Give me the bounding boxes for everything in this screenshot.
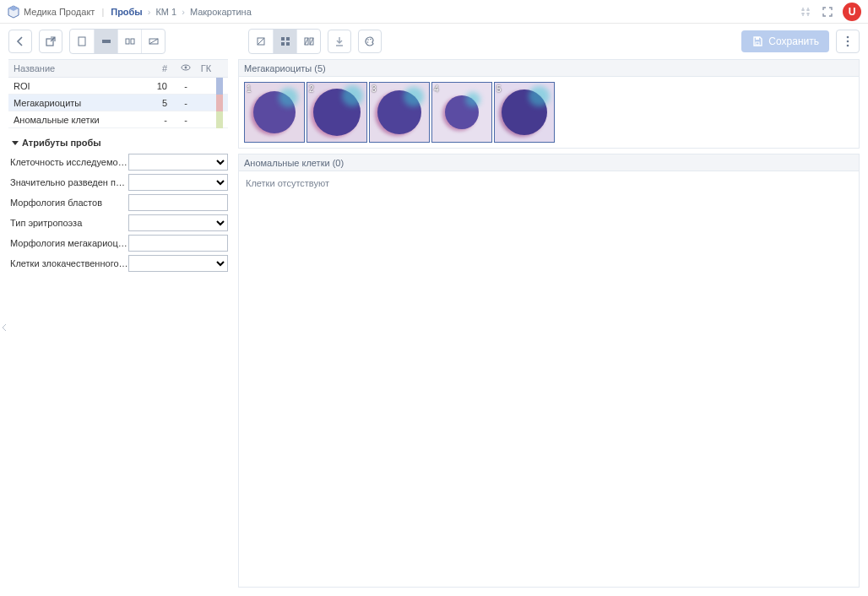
cell-thumbnail[interactable]: 3 [369, 82, 430, 143]
attribute-label: Морфология мегакариоцитов [8, 238, 128, 248]
col-name: Название [14, 63, 142, 73]
grid-four[interactable] [273, 30, 296, 53]
color-swatch [216, 111, 223, 128]
class-eye: - [176, 81, 196, 91]
section-header: Аномальные клетки (0) [239, 154, 859, 171]
breadcrumb: Пробы › КМ 1 › Макрокартина [111, 7, 252, 17]
expand-icon[interactable] [821, 5, 834, 19]
col-eye-icon [176, 62, 196, 74]
class-row[interactable]: Аномальные клетки-- [8, 111, 228, 128]
avatar[interactable]: U [843, 3, 861, 21]
back-button[interactable] [8, 30, 32, 53]
attributes-panel: Атрибуты пробы Клеточность исследуемого … [8, 133, 228, 274]
empty-message: Клетки отсутствуют [239, 171, 859, 195]
separator: | [101, 7, 104, 17]
more-menu-button[interactable] [836, 30, 860, 53]
attribute-row: Морфология мегакариоцитов [8, 233, 228, 253]
svg-rect-6 [131, 39, 134, 44]
attribute-label: Клеточность исследуемого … [8, 157, 128, 167]
collapse-sidebar-handle[interactable] [0, 59, 8, 596]
col-count: # [142, 63, 176, 73]
cell-thumbnail[interactable]: 1 [244, 82, 305, 143]
svg-rect-18 [756, 42, 759, 45]
view-mode-page[interactable] [70, 30, 94, 53]
thumbnail-gallery: 12345 [239, 77, 859, 148]
svg-rect-12 [286, 42, 290, 46]
attribute-select[interactable] [128, 174, 228, 191]
palette-button[interactable] [358, 30, 382, 53]
grid-single[interactable] [249, 30, 273, 53]
attribute-select[interactable] [128, 154, 228, 171]
caret-down-icon [12, 141, 19, 145]
thumbnail-number: 3 [372, 84, 377, 94]
section-megakaryocytes: Мегакариоциты (5) 12345 [238, 59, 860, 149]
open-external-button[interactable] [39, 30, 62, 53]
attribute-label: Морфология бластов [8, 198, 128, 208]
view-mode-group [69, 29, 165, 54]
class-name: Аномальные клетки [14, 115, 142, 125]
logo-icon [7, 5, 20, 19]
download-button[interactable] [328, 30, 351, 53]
attribute-input[interactable] [128, 235, 228, 252]
svg-point-15 [367, 39, 369, 41]
attribute-row: Тип эритропоэза [8, 213, 228, 233]
view-mode-wide[interactable] [94, 30, 117, 53]
brand: Медика Продакт [7, 5, 95, 19]
attributes-header[interactable]: Атрибуты пробы [8, 133, 228, 152]
cell-thumbnail[interactable]: 5 [494, 82, 555, 143]
attribute-input[interactable] [128, 194, 228, 211]
svg-rect-5 [126, 39, 129, 44]
svg-rect-9 [281, 37, 285, 41]
view-mode-contrast[interactable] [141, 30, 165, 53]
breadcrumb-item-0[interactable]: Пробы [111, 7, 143, 17]
svg-rect-11 [281, 42, 285, 46]
svg-point-17 [367, 41, 369, 43]
color-swatch [216, 95, 223, 111]
thumbnail-number: 2 [309, 84, 314, 94]
breadcrumb-item-1[interactable]: КМ 1 [155, 7, 176, 17]
toolbar: Сохранить [0, 24, 868, 59]
class-eye: - [176, 98, 196, 108]
section-header: Мегакариоциты (5) [239, 60, 859, 77]
class-count: 5 [142, 98, 176, 108]
svg-rect-19 [756, 37, 759, 40]
attribute-select[interactable] [128, 255, 228, 272]
attribute-label: Тип эритропоэза [8, 218, 128, 228]
class-row[interactable]: Мегакариоциты5- [8, 95, 228, 111]
cell-thumbnail[interactable]: 2 [307, 82, 367, 143]
class-count: 10 [142, 81, 176, 91]
cell-thumbnail[interactable]: 4 [431, 82, 492, 143]
svg-rect-4 [102, 40, 111, 43]
brand-label: Медика Продакт [24, 7, 95, 17]
attribute-row: Клеточность исследуемого … [8, 152, 228, 172]
classes-table-header: Название # ГК [8, 59, 228, 78]
collapse-icon[interactable] [799, 5, 812, 19]
svg-rect-10 [286, 37, 290, 41]
view-mode-split[interactable] [117, 30, 141, 53]
attribute-row: Значительно разведен пери… [8, 172, 228, 192]
svg-point-24 [185, 67, 187, 69]
class-count: - [142, 115, 176, 125]
class-eye: - [176, 115, 196, 125]
svg-rect-3 [79, 37, 85, 46]
attribute-label: Клетки злокачественного но… [8, 258, 128, 268]
svg-point-22 [847, 45, 849, 47]
svg-point-16 [370, 39, 372, 41]
attribute-label: Значительно разведен пери… [8, 177, 128, 187]
chevron-right-icon: › [182, 7, 185, 17]
app-header: Медика Продакт | Пробы › КМ 1 › Макрокар… [0, 0, 868, 24]
chevron-right-icon: › [148, 7, 151, 17]
section-abnormal: Аномальные клетки (0) Клетки отсутствуют [238, 154, 860, 588]
col-gk: ГК [196, 63, 216, 73]
attribute-row: Морфология бластов [8, 192, 228, 213]
grid-compare[interactable] [296, 30, 320, 53]
class-row[interactable]: ROI10- [8, 78, 228, 95]
save-button[interactable]: Сохранить [741, 30, 829, 52]
thumbnail-number: 1 [247, 84, 252, 94]
class-name: ROI [14, 81, 142, 91]
color-swatch [216, 78, 223, 95]
svg-point-20 [847, 36, 849, 39]
main-content: Мегакариоциты (5) 12345 Аномальные клетк… [230, 59, 868, 596]
thumbnail-number: 4 [434, 84, 439, 94]
attribute-select[interactable] [128, 214, 228, 231]
